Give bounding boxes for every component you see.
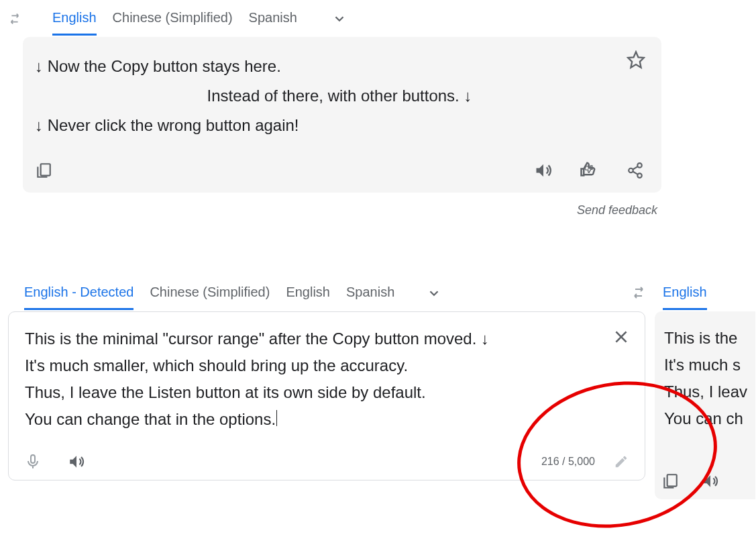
translation-line: ↓ Never click the wrong button again!: [35, 111, 644, 140]
thumbs-icon[interactable]: [580, 160, 600, 181]
source-language-tabs: English - Detected Chinese (Simplified) …: [8, 275, 645, 311]
text-line: Thus, I leav: [664, 378, 755, 405]
text-line: This is the: [664, 325, 755, 352]
translation-line: ↓ Now the Copy button stays here.: [35, 52, 644, 81]
source-text-panel: This is the minimal "cursor range" after…: [8, 311, 645, 480]
text-cursor: [276, 410, 277, 426]
translation-toolbar: [35, 160, 644, 181]
tab-english[interactable]: English: [52, 2, 97, 36]
source-text[interactable]: This is the minimal "cursor range" after…: [25, 325, 604, 433]
target-text: This is the It's much s Thus, I leav You…: [655, 311, 755, 479]
text-line: It's much smaller, which should bring up…: [25, 352, 604, 379]
tab-spanish[interactable]: Spanish: [346, 276, 394, 310]
svg-point-2: [637, 163, 642, 168]
character-count: 216 / 5,000: [541, 456, 595, 468]
pencil-icon[interactable]: [614, 454, 629, 469]
svg-rect-6: [667, 474, 677, 486]
tab-spanish[interactable]: Spanish: [249, 2, 297, 36]
svg-point-3: [629, 168, 633, 173]
text-line: You can ch: [664, 405, 755, 432]
svg-rect-1: [41, 164, 50, 175]
text-line: This is the minimal "cursor range" after…: [25, 325, 604, 352]
swap-icon[interactable]: [7, 11, 23, 27]
source-footer: 216 / 5,000: [25, 453, 629, 470]
target-language-tabs-2: English: [655, 275, 755, 311]
share-icon[interactable]: [627, 162, 644, 179]
tab-chinese-simplified[interactable]: Chinese (Simplified): [150, 276, 270, 310]
target-language-tabs: English Chinese (Simplified) Spanish: [0, 0, 698, 37]
mic-icon[interactable]: [25, 454, 41, 470]
svg-point-4: [637, 173, 642, 178]
speaker-icon[interactable]: [702, 472, 719, 490]
speaker-icon[interactable]: [68, 453, 85, 470]
target-footer: [661, 472, 719, 490]
target-text-panel: This is the It's much s Thus, I leav You…: [655, 311, 755, 499]
translation-text: ↓ Now the Copy button stays here. Instea…: [35, 52, 644, 140]
translation-card: ↓ Now the Copy button stays here. Instea…: [23, 37, 661, 193]
tab-chinese-simplified[interactable]: Chinese (Simplified): [113, 2, 233, 36]
text-line: You can change that in the options.: [25, 406, 604, 433]
copy-icon[interactable]: [35, 162, 52, 179]
close-icon[interactable]: [612, 328, 630, 346]
swap-icon[interactable]: [631, 285, 647, 301]
translation-line: Instead of there, with other buttons. ↓: [35, 81, 644, 111]
tab-english[interactable]: English: [663, 276, 707, 310]
send-feedback-link[interactable]: Send feedback: [0, 203, 657, 217]
svg-marker-0: [628, 52, 643, 67]
chevron-down-icon[interactable]: [332, 11, 347, 26]
text-line: Thus, I leave the Listen button at its o…: [25, 379, 604, 406]
copy-icon[interactable]: [661, 472, 679, 490]
tab-english-detected[interactable]: English - Detected: [24, 276, 133, 310]
chevron-down-icon[interactable]: [427, 286, 441, 301]
speaker-icon[interactable]: [534, 161, 553, 180]
svg-rect-5: [31, 455, 35, 463]
tab-english[interactable]: English: [286, 276, 330, 310]
star-icon[interactable]: [627, 50, 645, 69]
text-line: It's much s: [664, 352, 755, 378]
